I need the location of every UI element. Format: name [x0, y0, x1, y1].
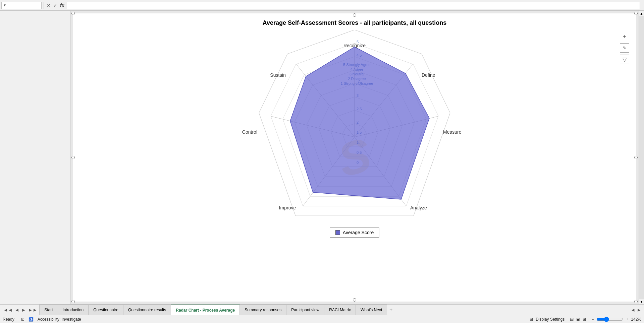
resize-handle-top[interactable] — [353, 13, 356, 17]
tab-whats-next[interactable]: What's Next — [356, 305, 387, 315]
confirm-formula-icon[interactable]: ✓ — [53, 3, 58, 8]
add-sheet-button[interactable]: + — [387, 305, 395, 315]
accessibility-icon: ♿ — [29, 317, 34, 322]
axis-label-define: Define — [422, 72, 435, 78]
formula-bar-divider — [44, 2, 44, 9]
insert-function-icon[interactable]: fx — [59, 3, 65, 8]
axis-label-recognize: Recognize — [343, 43, 366, 48]
sheet-nav-next[interactable]: ► — [21, 307, 27, 313]
legend-box: Average Score — [330, 228, 379, 238]
resize-handle-left[interactable] — [71, 156, 75, 159]
status-bar-right: ⊟ Display Settings ▤ ▣ ⊞ − + 142% — [530, 317, 641, 322]
axis-label-sustain: Sustain — [270, 72, 286, 78]
tab-start[interactable]: Start — [40, 305, 58, 315]
sheet-nav-first[interactable]: ◄◄ — [3, 307, 13, 313]
cell-mode-icon: ⊡ — [21, 317, 24, 322]
formula-bar: ▼ ✕ ✓ fx — [0, 0, 644, 11]
sheet-tabs-bar: ◄◄ ◄ ► ►► StartIntroductionQuestionnaire… — [0, 304, 644, 315]
resize-handle-bottom[interactable] — [353, 298, 356, 302]
view-page-break-icon[interactable]: ⊞ — [583, 317, 586, 322]
view-page-layout-icon[interactable]: ▣ — [576, 317, 580, 322]
sheet-scroll-left[interactable]: ◄ — [631, 307, 635, 313]
chart-wrapper: S Average Self-Assessment Scores - all p… — [73, 13, 636, 302]
tab-questionnaire[interactable]: Questionnaire — [89, 305, 123, 315]
chart-controls: + ✎ ▽ — [620, 32, 629, 64]
zoom-slider[interactable] — [596, 317, 623, 322]
display-settings-icon[interactable]: ⊟ — [530, 317, 533, 322]
chart-filters-button[interactable]: ▽ — [620, 55, 629, 64]
formula-input[interactable] — [66, 2, 640, 9]
resize-handle-bottomleft[interactable] — [71, 300, 75, 303]
radar-svg: 5 Strongly Agree 4 Agree 3 Neutral 2 Dis… — [227, 30, 482, 217]
cancel-formula-icon[interactable]: ✕ — [46, 3, 51, 8]
resize-handle-bottomright[interactable] — [634, 300, 638, 303]
right-scrollbar: ▲ ▼ — [639, 11, 644, 304]
tab-radar-chart[interactable]: Radar Chart - Process Average — [171, 305, 240, 315]
resize-handle-right[interactable] — [634, 156, 638, 159]
tab-raci-matrix[interactable]: RACI Matrix — [324, 305, 356, 315]
axis-label-analyze: Analyze — [410, 205, 427, 210]
accessibility-label[interactable]: Accessibility: Investigate — [38, 317, 81, 322]
radar-container: 5 Strongly Agree 4 Agree 3 Neutral 2 Dis… — [227, 30, 482, 224]
view-normal-icon[interactable]: ▤ — [570, 317, 574, 322]
main-content: S Average Self-Assessment Scores - all p… — [0, 11, 644, 304]
zoom-out-button[interactable]: − — [591, 317, 594, 322]
name-box[interactable]: ▼ — [1, 2, 42, 9]
scroll-down-button[interactable]: ▼ — [639, 299, 644, 304]
radar-grid: 5 4.5 4 3.5 3 2.5 2 1.5 1 0.5 0 — [259, 30, 450, 216]
axis-label-control: Control — [242, 129, 257, 135]
tabs-container: StartIntroductionQuestionnaireQuestionna… — [40, 305, 387, 315]
formula-bar-icons: ✕ ✓ fx — [46, 3, 65, 8]
scroll-up-button[interactable]: ▲ — [639, 11, 644, 16]
legend-color-swatch — [335, 230, 340, 235]
axis-label-improve: Improve — [279, 205, 296, 210]
tab-participant-view[interactable]: Participant view — [286, 305, 324, 315]
tab-introduction[interactable]: Introduction — [58, 305, 89, 315]
sheet-nav: ◄◄ ◄ ► ►► — [1, 305, 40, 315]
sheet-scroll-right[interactable]: ► — [637, 307, 641, 313]
sheet-tabs-right: ◄ ► — [628, 305, 644, 315]
chart-title: Average Self-Assessment Scores - all par… — [263, 19, 447, 26]
display-settings-label[interactable]: Display Settings — [536, 317, 565, 322]
status-bar-left: Ready ⊡ ♿ Accessibility: Investigate — [3, 317, 81, 322]
zoom-in-button[interactable]: + — [626, 317, 628, 322]
ready-status: Ready — [3, 317, 14, 322]
tab-summary-responses[interactable]: Summary responses — [240, 305, 286, 315]
sheet-nav-last[interactable]: ►► — [27, 307, 38, 313]
tab-questionnaire-results[interactable]: Questionnaire results — [123, 305, 171, 315]
chart-styles-button[interactable]: ✎ — [620, 43, 629, 53]
name-box-arrow[interactable]: ▼ — [3, 3, 6, 7]
chart-elements-button[interactable]: + — [620, 32, 629, 41]
resize-handle-topleft[interactable] — [71, 12, 75, 15]
sheet-nav-prev[interactable]: ◄ — [14, 307, 20, 313]
zoom-level: 142% — [631, 317, 641, 322]
status-bar: Ready ⊡ ♿ Accessibility: Investigate ⊟ D… — [0, 315, 644, 323]
left-gutter — [0, 11, 70, 304]
resize-handle-topright[interactable] — [634, 12, 638, 15]
axis-label-measure: Measure — [443, 129, 462, 135]
legend-label: Average Score — [343, 230, 374, 235]
